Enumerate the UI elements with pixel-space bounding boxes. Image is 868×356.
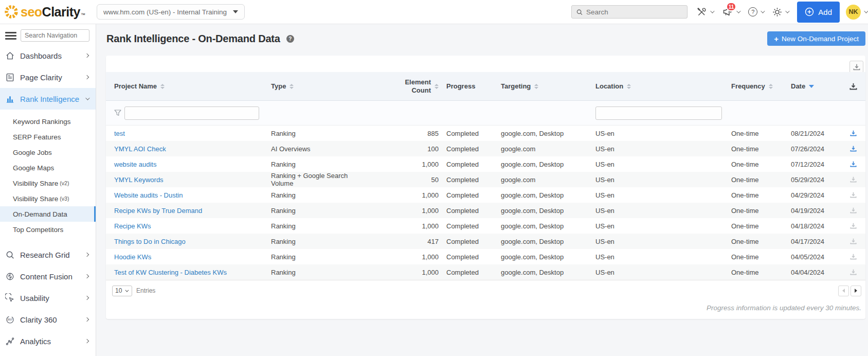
sidebar-item-analytics[interactable]: Analytics	[0, 330, 96, 352]
column-header-targeting[interactable]: Targeting	[497, 72, 589, 100]
on-demand-data-card: Project Name Type Element Count Progress…	[106, 56, 865, 319]
sub-item-label: Visibility Share	[13, 195, 58, 203]
add-button[interactable]: Add	[797, 2, 840, 23]
table-pager: 10 Entries	[112, 280, 861, 301]
project-name-link[interactable]: Recipe KWs by True Demand	[114, 207, 202, 215]
domain-profile-selector[interactable]: www.hm.com (US-en) - Internal Training	[97, 4, 245, 20]
help-icon: ?	[748, 7, 757, 16]
sidebar-search-input[interactable]	[21, 29, 89, 42]
download-icon	[850, 269, 857, 275]
row-download-button[interactable]	[850, 223, 857, 229]
page-help-icon[interactable]: ?	[286, 35, 294, 43]
download-icon	[850, 207, 857, 213]
column-header-element-count[interactable]: Element Count	[358, 72, 441, 100]
download-icon	[850, 238, 857, 244]
row-download-button[interactable]	[850, 192, 857, 198]
type-cell: Ranking	[263, 187, 358, 203]
seoclarity-logo[interactable]: seoClarity™	[4, 5, 85, 20]
row-download-button[interactable]	[850, 161, 857, 167]
location-filter-input[interactable]	[595, 106, 722, 120]
sub-item-label: Google Jobs	[13, 149, 52, 156]
column-header-frequency[interactable]: Frequency	[723, 72, 785, 100]
element-count-cell: 50	[358, 172, 441, 187]
filter-funnel-icon	[114, 110, 121, 116]
type-cell: Ranking	[263, 218, 358, 234]
export-table-button[interactable]	[849, 61, 863, 73]
sidebar-item-clarity-360[interactable]: 360° Clarity 360	[0, 309, 96, 330]
row-download-button[interactable]	[850, 254, 857, 260]
tools-menu[interactable]	[696, 7, 713, 17]
location-cell: US-en	[589, 234, 723, 249]
targeting-cell: google.com	[497, 141, 589, 156]
help-menu[interactable]: ?	[748, 7, 764, 16]
sidebar-item-usability[interactable]: Usability	[0, 287, 96, 309]
sidebar-item-content-fusion[interactable]: Content Fusion	[0, 265, 96, 287]
progress-cell: Completed	[441, 218, 497, 234]
sidebar-item-page-clarity[interactable]: Page Clarity	[0, 66, 96, 88]
frequency-cell: One-time	[723, 203, 785, 218]
project-name-link[interactable]: test	[114, 130, 125, 137]
project-name-link[interactable]: Test of KW Clustering - Diabetes KWs	[114, 269, 227, 276]
sidebar-item-google-maps[interactable]: Google Maps	[0, 160, 96, 175]
settings-menu[interactable]	[772, 7, 788, 17]
announcements-menu[interactable]: 11	[722, 7, 739, 17]
element-count-cell: 417	[358, 234, 441, 249]
entries-per-page-select[interactable]: 10	[112, 286, 132, 296]
sort-icon	[160, 84, 165, 89]
new-on-demand-project-button[interactable]: + New On-Demand Project	[767, 31, 865, 46]
sidebar-item-serp-features[interactable]: SERP Features	[0, 129, 96, 145]
row-download-button[interactable]	[850, 130, 857, 136]
row-download-button[interactable]	[850, 238, 857, 244]
sidebar-item-research-grid[interactable]: Research Grid	[0, 244, 96, 265]
chevron-down-icon	[710, 9, 714, 13]
hamburger-menu-icon[interactable]	[5, 30, 16, 41]
location-cell: US-en	[589, 126, 723, 141]
sidebar-item-visibility-share-v3[interactable]: Visibility Share(v3)	[0, 191, 96, 206]
download-icon	[850, 161, 857, 167]
row-download-button[interactable]	[850, 146, 857, 152]
entries-value: 10	[115, 287, 122, 294]
project-name-filter-input[interactable]	[124, 106, 259, 120]
sidebar-item-top-competitors[interactable]: Top Competitors	[0, 222, 96, 237]
global-search-input[interactable]	[586, 8, 683, 16]
frequency-cell: One-time	[723, 218, 785, 234]
chevron-down-icon	[85, 96, 89, 100]
column-header-project-name[interactable]: Project Name	[106, 72, 263, 100]
project-name-link[interactable]: Hoodie KWs	[114, 253, 151, 261]
row-download-button[interactable]	[850, 269, 857, 275]
row-download-button[interactable]	[850, 207, 857, 213]
project-name-link[interactable]: Recipe KWs	[114, 222, 151, 230]
sidebar-item-google-jobs[interactable]: Google Jobs	[0, 145, 96, 160]
type-cell: Ranking + Google Search Volume	[263, 172, 358, 187]
sidebar-item-rank-intelligence[interactable]: Rank Intelligence	[0, 88, 96, 110]
download-icon	[850, 176, 857, 183]
project-name-link[interactable]: Website audits - Dustin	[114, 191, 183, 199]
column-header-type[interactable]: Type	[263, 72, 358, 100]
new-project-label: New On-Demand Project	[782, 35, 859, 43]
column-label: Date	[791, 82, 805, 90]
project-name-link[interactable]: Things to Do in Chicago	[114, 238, 186, 245]
targeting-cell: google.com, Desktop	[497, 187, 589, 203]
location-cell: US-en	[589, 249, 723, 264]
progress-cell: Completed	[441, 141, 497, 156]
sidebar-item-keyword-rankings[interactable]: Keyword Rankings	[0, 114, 96, 129]
project-name-link[interactable]: YMYL Keywords	[114, 176, 164, 184]
column-header-location[interactable]: Location	[589, 72, 723, 100]
type-cell: AI Overviews	[263, 141, 358, 156]
sub-item-label: Keyword Rankings	[13, 118, 71, 126]
sidebar-item-visibility-share-v2[interactable]: Visibility Share(v2)	[0, 175, 96, 191]
row-download-button[interactable]	[850, 176, 857, 183]
avatar[interactable]: NK	[846, 5, 861, 20]
home-icon	[5, 51, 15, 61]
column-header-date[interactable]: Date	[785, 72, 841, 100]
next-page-button[interactable]	[851, 286, 861, 296]
previous-page-button[interactable]	[838, 286, 849, 296]
project-name-link[interactable]: YMYL AOI Check	[114, 145, 166, 153]
chevron-right-icon	[85, 296, 89, 300]
sidebar: Dashboards Page Clarity Rank Intelligenc…	[0, 24, 96, 356]
sort-icon	[435, 84, 439, 89]
project-name-link[interactable]: website audits	[114, 161, 156, 168]
frequency-cell: One-time	[723, 141, 785, 156]
sidebar-item-on-demand-data[interactable]: On-Demand Data	[0, 206, 96, 222]
sidebar-item-dashboards[interactable]: Dashboards	[0, 45, 96, 66]
